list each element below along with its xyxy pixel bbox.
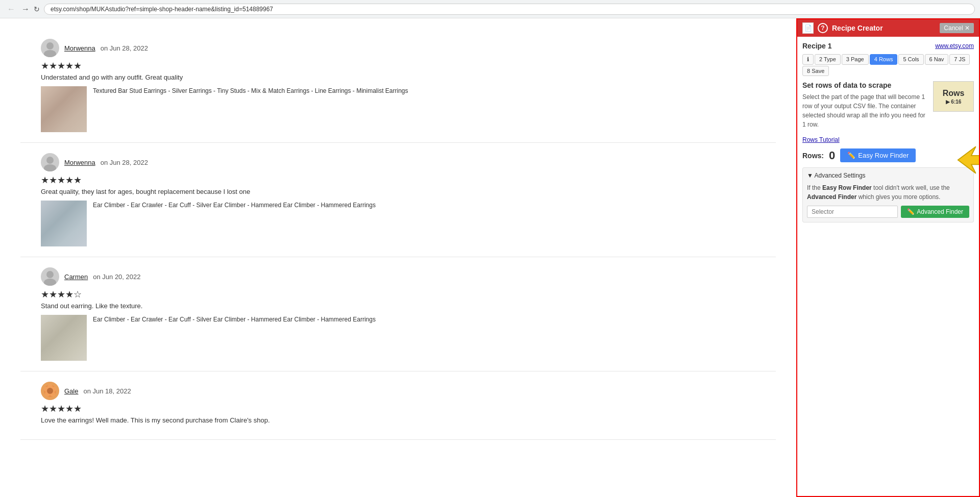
review-stars: ★★★★★: [41, 175, 776, 186]
rows-label: Rows:: [802, 152, 824, 160]
svg-point-0: [46, 42, 54, 49]
recipe-name: Recipe 1: [802, 42, 832, 50]
easy-row-finder-button[interactable]: ✏️ Easy Row Finder: [840, 148, 916, 162]
reviewer-date: on Jun 28, 2022: [101, 159, 148, 166]
tab-cols[interactable]: 5 Cols: [898, 54, 923, 65]
advanced-finder-button[interactable]: ✏️ Advanced Finder: [901, 206, 969, 218]
reviewer-name[interactable]: Gale: [64, 387, 78, 395]
reload-button[interactable]: ↻: [34, 4, 40, 15]
easy-row-btn-label: Easy Row Finder: [858, 152, 909, 159]
video-duration: ▶ 6:16: [946, 99, 962, 105]
advanced-desc-after: which gives you more options.: [856, 193, 940, 201]
reviewer-date: on Jun 18, 2022: [83, 387, 131, 395]
reviewer-avatar: [41, 267, 59, 286]
advanced-desc-bold1: Easy Row Finder: [822, 184, 872, 191]
review-text: Love the earrings! Well made. This is my…: [41, 416, 776, 424]
review-item: Gale on Jun 18, 2022★★★★★Love the earrin…: [20, 371, 776, 440]
panel-body: Recipe 1 www.etsy.com ℹ2 Type3 Page4 Row…: [797, 37, 979, 496]
reviewer-name[interactable]: Carmen: [64, 273, 88, 281]
product-image: [41, 315, 87, 361]
tab-rows[interactable]: 4 Rows: [870, 54, 898, 65]
reviewer-date: on Jun 28, 2022: [101, 44, 148, 52]
recipe-row: Recipe 1 www.etsy.com: [802, 42, 974, 50]
reviewer-date: on Jun 20, 2022: [93, 273, 140, 281]
page-content: Morwenna on Jun 28, 2022★★★★★Understated…: [0, 18, 796, 497]
svg-point-2: [46, 157, 54, 164]
reviewer-name[interactable]: Morwenna: [64, 159, 95, 166]
reviewer-avatar: [41, 39, 59, 57]
review-text: Understated and go with any outfit. Grea…: [41, 73, 776, 81]
recipe-panel: 📄 ? Recipe Creator Cancel ✕ Recipe 1 www…: [796, 18, 980, 497]
review-stars: ★★★★★: [41, 60, 776, 71]
cancel-button[interactable]: Cancel ✕: [940, 23, 974, 33]
review-text: Great quality, they last for ages, bough…: [41, 188, 776, 195]
review-product: Ear Climber - Ear Crawler - Ear Cuff - S…: [41, 315, 776, 361]
tab-save[interactable]: 8 Save: [802, 66, 829, 76]
review-item: Carmen on Jun 20, 2022★★★★☆Stand out ear…: [20, 257, 776, 371]
review-stars: ★★★★☆: [41, 289, 776, 300]
advanced-desc-before: If the: [807, 184, 822, 191]
advanced-desc-bold2: Advanced Finder: [807, 193, 856, 201]
review-stars: ★★★★★: [41, 403, 776, 414]
address-bar[interactable]: [44, 4, 975, 15]
tab-info[interactable]: ℹ: [802, 54, 814, 65]
review-text: Stand out earring. Like the texture.: [41, 302, 776, 310]
product-name: Textured Bar Stud Earrings - Silver Earr…: [93, 86, 408, 95]
product-image: [41, 86, 87, 132]
review-item: Morwenna on Jun 28, 2022★★★★★Understated…: [20, 29, 776, 143]
tab-js[interactable]: 7 JS: [949, 54, 970, 65]
back-button[interactable]: ←: [5, 4, 17, 15]
svg-point-5: [44, 279, 56, 286]
advanced-desc: If the Easy Row Finder tool didn't work …: [807, 183, 969, 202]
review-product: Ear Climber - Ear Crawler - Ear Cuff - S…: [41, 201, 776, 246]
help-button[interactable]: ?: [818, 23, 828, 33]
tab-type[interactable]: 2 Type: [815, 54, 841, 65]
panel-icon: 📄: [802, 22, 814, 34]
recipe-link[interactable]: www.etsy.com: [935, 42, 974, 49]
reviewer-name[interactable]: Morwenna: [64, 44, 95, 52]
svg-point-12: [47, 388, 53, 394]
advanced-settings-toggle[interactable]: ▼ Advanced Settings: [807, 172, 969, 179]
product-image: [41, 201, 87, 246]
pencil-icon-green: ✏️: [907, 208, 915, 215]
review-header: Gale on Jun 18, 2022: [41, 382, 776, 400]
svg-point-4: [46, 271, 54, 278]
tab-page[interactable]: 3 Page: [842, 54, 869, 65]
svg-point-3: [44, 164, 56, 171]
panel-header-left: 📄 ? Recipe Creator: [802, 22, 883, 34]
rows-count: 0: [829, 149, 835, 162]
review-header: Morwenna on Jun 28, 2022: [41, 39, 776, 57]
selector-input[interactable]: [807, 206, 898, 218]
tabs-row: ℹ2 Type3 Page4 Rows5 Cols6 Nav7 JS8 Save: [802, 54, 974, 76]
advanced-finder-label: Advanced Finder: [917, 208, 963, 215]
review-product: Textured Bar Stud Earrings - Silver Earr…: [41, 86, 776, 132]
review-item: Morwenna on Jun 28, 2022★★★★★Great quali…: [20, 143, 776, 257]
tab-nav[interactable]: 6 Nav: [925, 54, 949, 65]
browser-bar: ← → ↻: [0, 0, 980, 18]
advanced-toggle-label: ▼ Advanced Settings: [807, 172, 866, 179]
tutorial-link[interactable]: Rows Tutorial: [802, 136, 974, 143]
video-label: Rows: [943, 89, 965, 98]
advanced-row: ✏️ Advanced Finder: [807, 206, 969, 218]
rows-count-row: Rows: 0 ✏️ Easy Row Finder: [802, 148, 974, 162]
panel-title: Recipe Creator: [832, 24, 883, 32]
reviewer-avatar: [41, 382, 59, 400]
svg-point-1: [44, 50, 56, 57]
panel-header: 📄 ? Recipe Creator Cancel ✕: [797, 19, 979, 37]
advanced-settings-section: ▼ Advanced Settings If the Easy Row Find…: [802, 167, 974, 222]
product-name: Ear Climber - Ear Crawler - Ear Cuff - S…: [93, 315, 376, 324]
forward-button[interactable]: →: [19, 4, 32, 15]
video-thumbnail[interactable]: Rows ▶ 6:16: [933, 81, 974, 112]
advanced-desc-middle: tool didn't work well, use the: [872, 184, 950, 191]
pencil-icon: ✏️: [847, 152, 855, 159]
review-header: Carmen on Jun 20, 2022: [41, 267, 776, 286]
browser-nav: ← → ↻: [5, 4, 40, 15]
product-name: Ear Climber - Ear Crawler - Ear Cuff - S…: [93, 201, 376, 210]
reviewer-avatar: [41, 153, 59, 171]
main-layout: Morwenna on Jun 28, 2022★★★★★Understated…: [0, 18, 980, 497]
review-header: Morwenna on Jun 28, 2022: [41, 153, 776, 171]
section-area: Rows ▶ 6:16 Set rows of data to scrape S…: [802, 81, 974, 134]
